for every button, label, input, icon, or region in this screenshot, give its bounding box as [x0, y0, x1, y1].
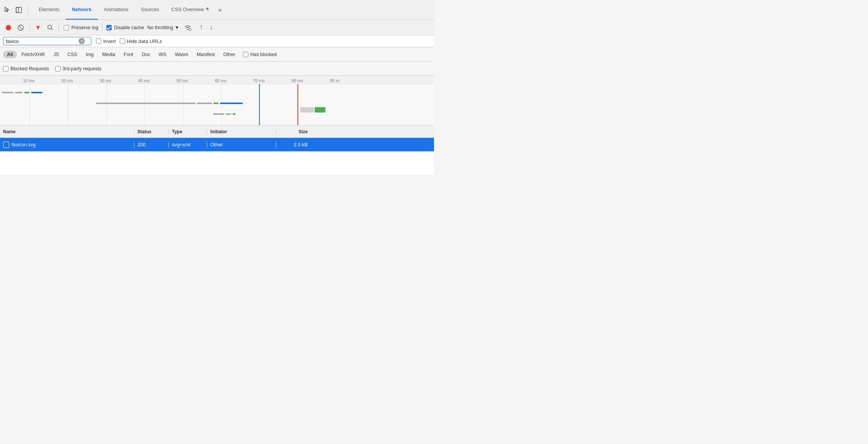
wf-gray-3	[213, 113, 224, 115]
tab-network[interactable]: Network	[66, 0, 97, 20]
preserve-log-area: Preserve log	[64, 25, 98, 30]
filter-button[interactable]: ▼	[33, 22, 43, 33]
blocked-requests-checkbox[interactable]	[3, 66, 8, 71]
grid-line-2	[68, 84, 68, 126]
search-button[interactable]	[45, 22, 56, 33]
type-btn-all[interactable]: All	[3, 51, 17, 58]
col-header-type[interactable]: Type	[169, 129, 207, 134]
type-btn-wasm[interactable]: Wasm	[171, 51, 192, 58]
wf-gray-2b	[197, 103, 212, 104]
third-party-label: 3rd-party requests	[63, 66, 101, 71]
tick-30ms: 30 ms	[100, 78, 111, 83]
timeline-ruler: 10 ms 20 ms 30 ms 40 ms 50 ms 60 ms 70 m…	[0, 76, 434, 84]
import-button[interactable]: →	[197, 24, 205, 31]
throttling-select[interactable]: No throttling ▼	[146, 24, 181, 31]
has-blocked-label[interactable]: Has blocked	[250, 52, 277, 57]
has-blocked-checkbox[interactable]	[243, 52, 248, 57]
grid-line-8	[298, 84, 299, 126]
clear-button[interactable]	[15, 22, 26, 33]
more-tabs-button[interactable]: »	[215, 7, 225, 13]
cursor-icon[interactable]	[3, 6, 12, 14]
filter-options: Invert Hide data URLs	[96, 38, 162, 44]
timeline-tracks	[0, 84, 434, 126]
svg-rect-1	[16, 7, 18, 13]
dock-icon[interactable]	[15, 6, 23, 14]
clear-search-button[interactable]: ✕	[79, 38, 85, 44]
search-icon	[47, 25, 53, 31]
tab-elements[interactable]: Elements	[33, 0, 66, 20]
disable-cache-checkbox[interactable]	[106, 25, 112, 30]
hide-data-urls-option[interactable]: Hide data URLs	[120, 38, 162, 44]
network-table: Name Status Type Initiator Size favicon.…	[0, 126, 434, 175]
blue-timeline-line	[259, 84, 260, 126]
wf-green-3	[233, 113, 236, 115]
svg-point-4	[48, 25, 52, 29]
tab-animations[interactable]: Animations	[98, 0, 135, 20]
toolbar-divider-2	[59, 23, 59, 32]
search-input[interactable]	[6, 38, 79, 44]
throttling-chevron: ▼	[175, 25, 179, 30]
export-button[interactable]: →	[207, 24, 215, 31]
network-conditions-button[interactable]	[182, 22, 193, 33]
wifi-settings-icon	[184, 25, 191, 31]
grid-line-1	[30, 84, 30, 126]
invert-label: Invert	[103, 38, 116, 44]
grid-line-6	[221, 84, 222, 126]
tick-50ms: 50 ms	[177, 78, 188, 83]
tick-40ms: 40 ms	[138, 78, 150, 83]
network-toolbar: ▼ Preserve log Disable cache No throttli…	[0, 20, 434, 35]
tab-list: Elements Network Animations Sources CSS …	[33, 0, 215, 20]
third-party-option[interactable]: 3rd-party requests	[55, 66, 101, 71]
disable-cache-label[interactable]: Disable cache	[114, 25, 144, 30]
row-initiator-cell: Other	[207, 142, 276, 147]
type-btn-doc[interactable]: Doc	[138, 51, 154, 58]
type-btn-media[interactable]: Media	[98, 51, 119, 58]
tab-bar: Elements Network Animations Sources CSS …	[0, 0, 434, 20]
disable-cache-area: Disable cache	[106, 25, 144, 30]
row-checkbox[interactable]	[3, 142, 9, 148]
row-filename: favicon.svg	[12, 142, 36, 147]
blocked-requests-option[interactable]: Blocked Requests	[3, 66, 49, 71]
wf-green-2	[213, 103, 219, 104]
type-btn-js[interactable]: JS	[50, 51, 63, 58]
tick-80ms: 80 ms	[292, 78, 303, 83]
type-btn-font[interactable]: Font	[120, 51, 137, 58]
col-header-name[interactable]: Name	[0, 129, 134, 134]
table-row[interactable]: favicon.svg 200 svg+xml Other 2.5 kB	[0, 138, 434, 152]
devtools-icons	[3, 6, 28, 14]
hide-data-urls-label: Hide data URLs	[127, 38, 162, 44]
type-btn-ws[interactable]: WS	[155, 51, 170, 58]
wf-gray-1	[2, 92, 13, 93]
record-button[interactable]	[3, 22, 14, 33]
type-btn-manifest[interactable]: Manifest	[193, 51, 219, 58]
col-header-size[interactable]: Size	[276, 129, 311, 134]
invert-option[interactable]: Invert	[96, 38, 116, 44]
preserve-log-checkbox[interactable]	[64, 25, 69, 30]
filter-bar: ✕ Invert Hide data URLs	[0, 35, 434, 47]
type-btn-fetch-xhr[interactable]: Fetch/XHR	[18, 51, 49, 58]
hide-data-urls-checkbox[interactable]	[120, 38, 125, 44]
grid-line-3	[106, 84, 107, 126]
grid-line-7	[260, 84, 260, 126]
red-timeline-line	[297, 84, 298, 126]
row-name-cell: favicon.svg	[0, 142, 134, 148]
tab-css-overview[interactable]: CSS Overview ⚗	[165, 0, 216, 20]
svg-point-6	[189, 28, 191, 31]
blocked-bar: Blocked Requests 3rd-party requests	[0, 62, 434, 76]
type-btn-other[interactable]: Other	[219, 51, 239, 58]
svg-line-3	[19, 26, 22, 29]
third-party-checkbox[interactable]	[55, 66, 61, 71]
tick-60ms: 60 ms	[215, 78, 226, 83]
col-header-initiator[interactable]: Initiator	[207, 129, 276, 134]
type-btn-css[interactable]: CSS	[64, 51, 81, 58]
col-header-status[interactable]: Status	[134, 129, 169, 134]
invert-checkbox[interactable]	[96, 38, 101, 44]
svg-rect-0	[16, 7, 21, 13]
type-filter-bar: All Fetch/XHR JS CSS Img Media Font Doc …	[0, 47, 434, 62]
preserve-log-label[interactable]: Preserve log	[71, 25, 98, 30]
grid-line-5	[183, 84, 183, 126]
tick-10ms: 10 ms	[23, 78, 35, 83]
tab-sources[interactable]: Sources	[135, 0, 165, 20]
type-btn-img[interactable]: Img	[82, 51, 97, 58]
wf-blue-1	[31, 92, 43, 93]
